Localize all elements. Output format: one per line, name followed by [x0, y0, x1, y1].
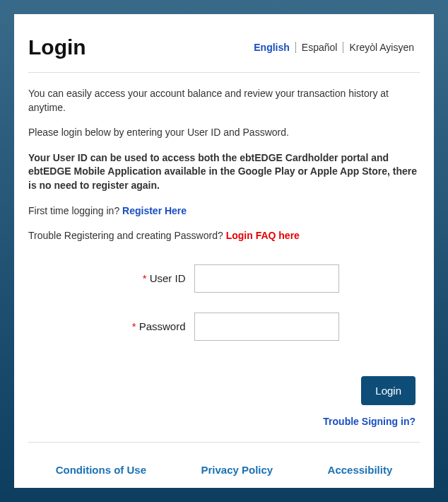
header: Login English Español Kreyòl Ayisyen [28, 35, 420, 73]
content: You can easily access your account balan… [28, 87, 420, 476]
login-button[interactable]: Login [361, 376, 415, 405]
required-mark: * [132, 320, 136, 332]
user-id-input[interactable] [194, 264, 339, 293]
intro-text-3: Your User ID can be used to access both … [28, 151, 420, 193]
footer-accessibility-link[interactable]: Accessibility [328, 464, 393, 476]
lang-espanol[interactable]: Español [296, 42, 343, 53]
login-form: *User ID *Password [28, 264, 420, 341]
register-here-link[interactable]: Register Here [122, 205, 187, 216]
lang-english[interactable]: English [248, 42, 295, 53]
user-id-label-text: User ID [150, 272, 186, 284]
trouble-reg-line: Trouble Registering and creating Passwor… [28, 229, 420, 243]
login-button-row: Login [28, 376, 420, 405]
intro-text-1: You can easily access your account balan… [28, 87, 420, 115]
trouble-signin-row: Trouble Signing in? [28, 415, 420, 428]
lang-kreyol[interactable]: Kreyòl Ayisyen [343, 42, 420, 53]
footer: Conditions of Use Privacy Policy Accessi… [28, 442, 420, 476]
password-input-cell [194, 313, 339, 341]
footer-conditions-link[interactable]: Conditions of Use [56, 464, 146, 476]
user-id-row: *User ID [28, 264, 420, 293]
user-id-label: *User ID [110, 272, 194, 284]
login-faq-link[interactable]: Login FAQ here [226, 230, 300, 241]
intro-text-2: Please login below by entering your User… [28, 126, 420, 140]
user-id-input-cell [194, 264, 339, 293]
password-label: *Password [110, 320, 194, 332]
page-title: Login [28, 35, 86, 59]
trouble-signin-link[interactable]: Trouble Signing in? [323, 416, 415, 427]
password-label-text: Password [139, 320, 186, 332]
language-switcher: English Español Kreyòl Ayisyen [248, 42, 420, 53]
required-mark: * [143, 272, 147, 284]
login-card: Login English Español Kreyòl Ayisyen You… [14, 14, 434, 488]
first-time-line: First time logging in? Register Here [28, 204, 420, 218]
password-row: *Password [28, 313, 420, 341]
password-input[interactable] [194, 313, 339, 341]
footer-privacy-link[interactable]: Privacy Policy [201, 464, 273, 476]
trouble-reg-prefix: Trouble Registering and creating Passwor… [28, 230, 226, 241]
first-time-prefix: First time logging in? [28, 205, 122, 216]
